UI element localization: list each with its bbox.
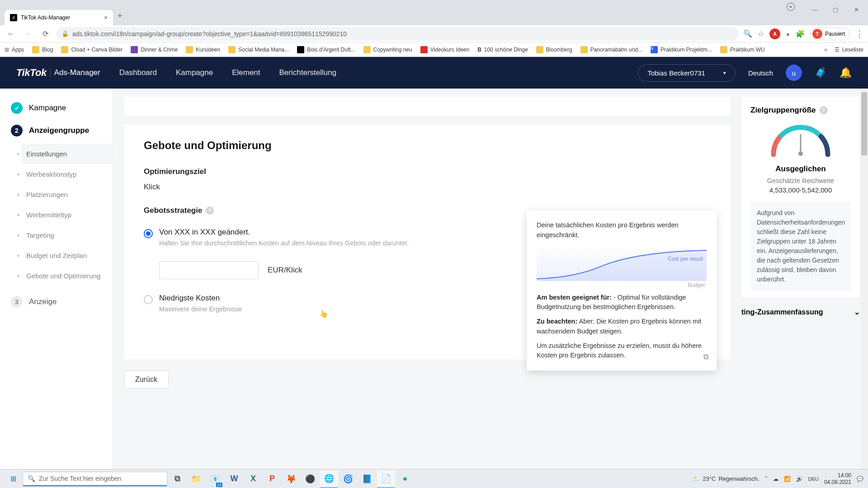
- substep-placements[interactable]: Platzierungen: [22, 184, 113, 205]
- chrome-icon[interactable]: 🌐: [320, 470, 338, 488]
- substep-targeting[interactable]: Targeting: [22, 225, 113, 245]
- language-selector[interactable]: Deutsch: [748, 69, 773, 77]
- spotify-icon[interactable]: ●: [396, 470, 414, 488]
- clock[interactable]: 14:00 04.08.2021: [824, 472, 851, 485]
- step-label: Kampagne: [29, 103, 66, 113]
- bookmarks-overflow-icon[interactable]: »: [824, 47, 827, 53]
- wifi-icon[interactable]: 📶: [784, 476, 791, 482]
- notifications-icon[interactable]: 💬: [857, 476, 863, 482]
- cloud-icon: 🌥️: [693, 475, 700, 482]
- bookmark-item[interactable]: Copywriting neu: [363, 46, 412, 53]
- bookmark-item[interactable]: Videokurs Ideen: [420, 46, 470, 53]
- check-icon: [11, 102, 23, 114]
- onedrive-icon[interactable]: ☁: [773, 476, 778, 482]
- bookmark-item[interactable]: Panoramabahn und...: [580, 46, 642, 53]
- logo-mark: TikTok: [16, 67, 47, 79]
- substep-bidding[interactable]: Gebote und Optimierung: [22, 266, 113, 286]
- substep-budget[interactable]: Budget und Zeitplan: [22, 245, 113, 266]
- step-ad[interactable]: 3 Anzeige: [0, 291, 113, 313]
- extensions-overflow-icon[interactable]: ●: [787, 3, 795, 11]
- nav-campaign[interactable]: Kampagne: [176, 68, 213, 77]
- scroll-thumb[interactable]: [861, 92, 867, 155]
- bookmark-item[interactable]: Dinner & Crime: [131, 46, 178, 53]
- bookmark-item[interactable]: NPraktikum Projektm...: [651, 46, 712, 53]
- reload-icon[interactable]: ⟳: [39, 28, 52, 40]
- substep-settings[interactable]: Einstellungen: [22, 144, 113, 164]
- option-description: Halten Sie Ihre durchschnittlichen Koste…: [159, 239, 409, 247]
- profile-status: Pausiert: [825, 31, 845, 37]
- firefox-icon[interactable]: 🦊: [282, 470, 300, 488]
- profile-button[interactable]: T Pausiert: [810, 28, 850, 40]
- targeting-summary-accordion[interactable]: ting-Zusammenfassung ⌄: [741, 306, 860, 318]
- step-adgroup[interactable]: 2 Anzeigengruppe: [0, 119, 113, 142]
- step-campaign[interactable]: Kampagne: [0, 97, 113, 119]
- bookmark-item[interactable]: Bloomberg: [536, 46, 572, 53]
- back-icon[interactable]: ←: [5, 28, 17, 40]
- help-icon[interactable]: ?: [820, 106, 828, 114]
- help-icon[interactable]: ?: [206, 206, 214, 215]
- bookmark-item[interactable]: Blog: [32, 46, 53, 53]
- extensions-puzzle-icon[interactable]: 🧩: [796, 29, 805, 38]
- bookmark-item[interactable]: Kursideen: [186, 46, 220, 53]
- user-avatar[interactable]: u: [786, 65, 802, 81]
- reading-list-button[interactable]: ☰Leseliste: [835, 47, 863, 53]
- word-icon[interactable]: W: [225, 470, 243, 488]
- accordion-label: ting-Zusammenfassung: [741, 308, 823, 316]
- new-tab-button[interactable]: +: [113, 9, 127, 23]
- page-scrollbar[interactable]: [860, 89, 868, 469]
- zoom-icon[interactable]: 🔍: [743, 29, 752, 38]
- browser-tab[interactable]: d TikTok Ads-Manager ×: [5, 10, 113, 25]
- bookmark-item[interactable]: Praktikum WU: [720, 46, 765, 53]
- bookmark-item[interactable]: B100 schöne Dinge: [477, 47, 528, 53]
- minimize-icon[interactable]: —: [805, 3, 825, 16]
- bid-amount-input[interactable]: [159, 261, 259, 279]
- task-view-icon[interactable]: ⧉: [168, 470, 186, 488]
- window-close-icon[interactable]: ✕: [846, 3, 866, 16]
- start-button[interactable]: ⊞: [5, 472, 22, 486]
- url-field[interactable]: 🔒 ads.tiktok.com/i18n/campaign/ad-group/…: [56, 27, 739, 41]
- obs-icon[interactable]: ⚫: [301, 470, 319, 488]
- adblock-icon[interactable]: A: [769, 28, 780, 39]
- excel-icon[interactable]: X: [244, 470, 262, 488]
- option-title: Niedrigste Kosten: [159, 294, 242, 303]
- back-button[interactable]: Zurück: [124, 371, 169, 389]
- nav-element[interactable]: Element: [232, 68, 260, 77]
- apps-bookmark[interactable]: ⊞Apps: [5, 47, 24, 53]
- stepper-sidebar: Kampagne 2 Anzeigengruppe Einstellungen …: [0, 89, 113, 469]
- bell-icon[interactable]: 🔔: [840, 67, 852, 79]
- tray-chevron-icon[interactable]: ˄: [765, 476, 768, 482]
- substep-creative-type[interactable]: Werbemitteltyp: [22, 205, 113, 225]
- file-explorer-icon[interactable]: 📁: [187, 470, 205, 488]
- account-selector[interactable]: Tobias Becker0731 ▾: [638, 64, 736, 82]
- volume-icon[interactable]: 🔊: [796, 476, 803, 482]
- substep-promotion-type[interactable]: Werbeaktionstyp: [22, 164, 113, 184]
- briefcase-icon[interactable]: 🧳: [815, 67, 827, 79]
- edge-icon[interactable]: 🌀: [339, 470, 357, 488]
- language-indicator[interactable]: DEU: [808, 476, 819, 482]
- radio-selected-icon: [144, 229, 153, 238]
- nav-dashboard[interactable]: Dashboard: [119, 68, 157, 77]
- chart-series-label: Cost per result: [668, 255, 703, 263]
- date: 04.08.2021: [824, 479, 851, 485]
- bookmark-item[interactable]: Bois d'Argent Duft...: [297, 46, 355, 53]
- extension-icon[interactable]: ⬧: [786, 30, 790, 38]
- logo[interactable]: TikTok Ads-Manager: [16, 67, 100, 79]
- close-tab-icon[interactable]: ×: [104, 14, 108, 21]
- bid-strategy-tooltip: Deine tatsächlichen Kosten pro Ergebnis …: [527, 211, 717, 371]
- bookmark-item[interactable]: Social Media Mana...: [228, 46, 289, 53]
- gauge-status: Ausgeglichen: [750, 164, 851, 174]
- maximize-icon[interactable]: ▢: [826, 3, 845, 16]
- powerpoint-icon[interactable]: P: [263, 470, 281, 488]
- menu-icon[interactable]: ⋮: [855, 29, 863, 39]
- taskbar-search[interactable]: 🔍 Zur Suche Text hier eingeben: [23, 472, 167, 486]
- weather-widget[interactable]: 🌥️ 23°C Regenwahrsch.: [693, 475, 759, 482]
- notepad-icon[interactable]: 📄: [377, 470, 395, 488]
- app-icon[interactable]: 📘: [358, 470, 376, 488]
- external-link-icon[interactable]: ⧉: [703, 352, 708, 362]
- search-placeholder: Zur Suche Text hier eingeben: [39, 475, 122, 482]
- bookmark-star-icon[interactable]: ☆: [758, 29, 764, 38]
- nav-reporting[interactable]: Berichterstellung: [279, 68, 337, 77]
- mail-icon[interactable]: 📧23: [206, 470, 224, 488]
- step-number: 2: [11, 125, 23, 136]
- bookmark-item[interactable]: Cload + Canva Bilder: [61, 46, 123, 53]
